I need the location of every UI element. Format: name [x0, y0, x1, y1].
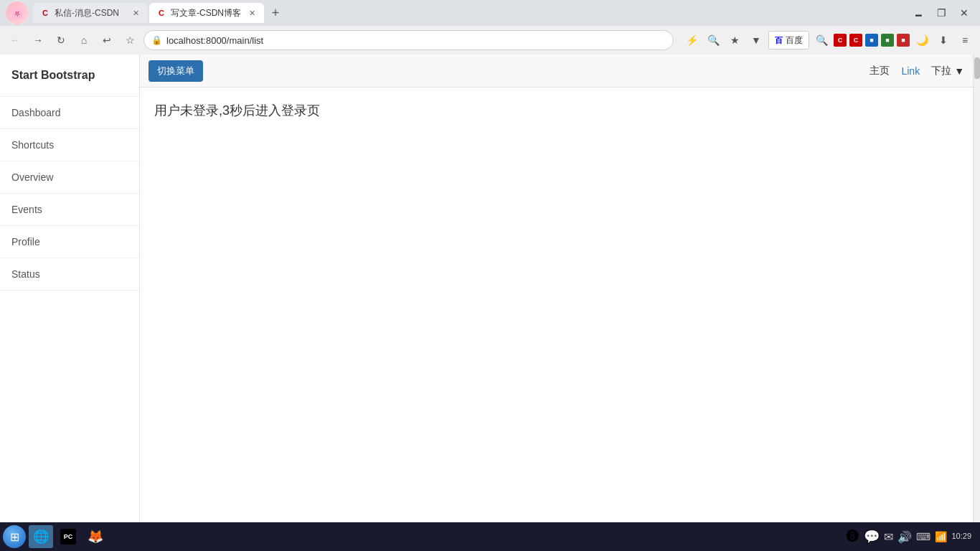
- sidebar-item-profile[interactable]: Profile: [0, 226, 139, 258]
- dropdown-icon: ▼: [954, 65, 964, 77]
- speaker-icon[interactable]: 🔊: [897, 530, 912, 544]
- taskbar-chrome[interactable]: 🌐: [29, 525, 53, 548]
- search-icon[interactable]: 🔍: [704, 31, 722, 50]
- address-bar: ← → ↻ ⌂ ↩ ☆ 🔒 localhost:8000/main/list ⚡…: [0, 26, 980, 55]
- search-button[interactable]: 🔍: [812, 31, 831, 50]
- time-display: 10:29: [951, 531, 971, 542]
- tab-close-2[interactable]: ✕: [247, 8, 257, 18]
- title-bar: 🌸 C 私信-消息-CSDN ✕ C 写文章-CSDN博客 ✕ + 🗕 ❐ ✕: [0, 0, 980, 26]
- toggle-menu-button[interactable]: 切换菜单: [149, 60, 203, 82]
- sidebar-nav: Dashboard Shortcuts Overview Events Prof…: [0, 97, 139, 291]
- home-button[interactable]: ⌂: [75, 31, 93, 50]
- topnav-right: 主页 Link 下拉 ▼: [870, 65, 964, 77]
- main-content: 切换菜单 主页 Link 下拉 ▼ 用户未登录,3秒后进入登录页: [140, 55, 973, 522]
- tab-title-1: 私信-消息-CSDN: [55, 7, 119, 19]
- tab-1[interactable]: C 私信-消息-CSDN ✕: [33, 3, 148, 23]
- page-area: Start Bootstrap Dashboard Shortcuts Over…: [0, 55, 980, 522]
- taskbar-right: 🅢 💬 ✉ 🔊 ⌨ 📶 10:29: [847, 529, 977, 545]
- firefox-icon: 🦊: [88, 529, 103, 545]
- minimize-button[interactable]: 🗕: [908, 3, 928, 23]
- sidebar-brand: Start Bootstrap: [0, 55, 139, 97]
- taskbar-time: 10:29: [951, 531, 971, 542]
- night-mode-icon[interactable]: 🌙: [913, 31, 931, 50]
- topnav: 切换菜单 主页 Link 下拉 ▼: [140, 55, 973, 88]
- restore-button[interactable]: ❐: [931, 3, 951, 23]
- keyboard-icon[interactable]: ⌨: [916, 531, 930, 542]
- tab-close-1[interactable]: ✕: [131, 8, 141, 18]
- topnav-link[interactable]: Link: [901, 65, 920, 77]
- refresh-button[interactable]: ↻: [52, 31, 70, 50]
- browser-window: 🌸 C 私信-消息-CSDN ✕ C 写文章-CSDN博客 ✕ + 🗕 ❐ ✕ …: [0, 0, 980, 551]
- sidebar-item-shortcuts[interactable]: Shortcuts: [0, 129, 139, 161]
- scrollbar[interactable]: [973, 55, 980, 522]
- tab-2[interactable]: C 写文章-CSDN博客 ✕: [149, 3, 264, 23]
- download-icon[interactable]: ⬇: [934, 31, 953, 50]
- window-controls: 🗕 ❐ ✕: [908, 3, 974, 23]
- sidebar-item-overview[interactable]: Overview: [0, 161, 139, 194]
- url-text: localhost:8000/main/list: [166, 35, 263, 46]
- toolbar-icons: ⚡ 🔍 ★ ▼ 百 百度 🔍 C C ■ ■ ■ 🌙 ⬇ ≡: [682, 31, 974, 50]
- network-icon[interactable]: 📶: [935, 531, 947, 542]
- sidebar-item-status[interactable]: Status: [0, 258, 139, 291]
- baidu-label: 百度: [786, 34, 803, 47]
- login-message: 用户未登录,3秒后进入登录页: [154, 102, 958, 119]
- url-lock-icon: 🔒: [151, 35, 162, 45]
- taskbar: ⊞ 🌐 PC 🦊 🅢 💬 ✉ 🔊 ⌨ 📶 10:29: [0, 522, 980, 551]
- mail-icon[interactable]: ✉: [884, 530, 893, 544]
- ext-icon-1[interactable]: C: [834, 34, 847, 47]
- jetbrains-icon: PC: [60, 529, 76, 545]
- taskbar-jetbrains[interactable]: PC: [56, 525, 80, 548]
- dropdown-label: 下拉: [931, 65, 951, 77]
- start-button[interactable]: ⊞: [3, 525, 26, 548]
- url-bar[interactable]: 🔒 localhost:8000/main/list: [143, 30, 674, 50]
- back-button[interactable]: ←: [6, 31, 24, 50]
- star-button[interactable]: ☆: [121, 31, 139, 50]
- baidu-logo: 百: [775, 35, 783, 46]
- chrome-icon: 🌐: [33, 529, 49, 545]
- menu-icon[interactable]: ≡: [956, 31, 974, 50]
- tab-bar: 🌸 C 私信-消息-CSDN ✕ C 写文章-CSDN博客 ✕ +: [6, 1, 905, 24]
- scrollbar-thumb[interactable]: [974, 57, 980, 79]
- forward-button[interactable]: →: [29, 31, 47, 50]
- baidu-button[interactable]: 百 百度: [768, 31, 809, 50]
- windows-logo-icon: ⊞: [10, 530, 19, 544]
- lightning-icon[interactable]: ⚡: [682, 31, 701, 50]
- sidebar: Start Bootstrap Dashboard Shortcuts Over…: [0, 55, 140, 522]
- sidebar-item-dashboard[interactable]: Dashboard: [0, 97, 139, 129]
- ext-icon-2[interactable]: C: [849, 34, 862, 47]
- content-body: 用户未登录,3秒后进入登录页: [140, 88, 973, 522]
- more-icon[interactable]: ▼: [747, 31, 765, 50]
- tab-favicon-1: C: [40, 8, 50, 18]
- ext-icon-4[interactable]: ■: [881, 34, 894, 47]
- wechat-icon[interactable]: 💬: [864, 529, 880, 545]
- topnav-home: 主页: [870, 65, 890, 77]
- undo-button[interactable]: ↩: [98, 31, 116, 50]
- ext-icon-5[interactable]: ■: [897, 34, 910, 47]
- topnav-dropdown[interactable]: 下拉 ▼: [931, 65, 964, 77]
- tab-title-2: 写文章-CSDN博客: [171, 7, 241, 19]
- wps-icon[interactable]: 🅢: [847, 529, 859, 545]
- ext-icon-3[interactable]: ■: [865, 34, 878, 47]
- tab-favicon-2: C: [156, 8, 166, 18]
- new-tab-button[interactable]: +: [265, 3, 286, 23]
- taskbar-firefox[interactable]: 🦊: [83, 525, 108, 548]
- star-outline-icon[interactable]: ★: [725, 31, 744, 50]
- close-button[interactable]: ✕: [954, 3, 974, 23]
- sidebar-item-events[interactable]: Events: [0, 194, 139, 226]
